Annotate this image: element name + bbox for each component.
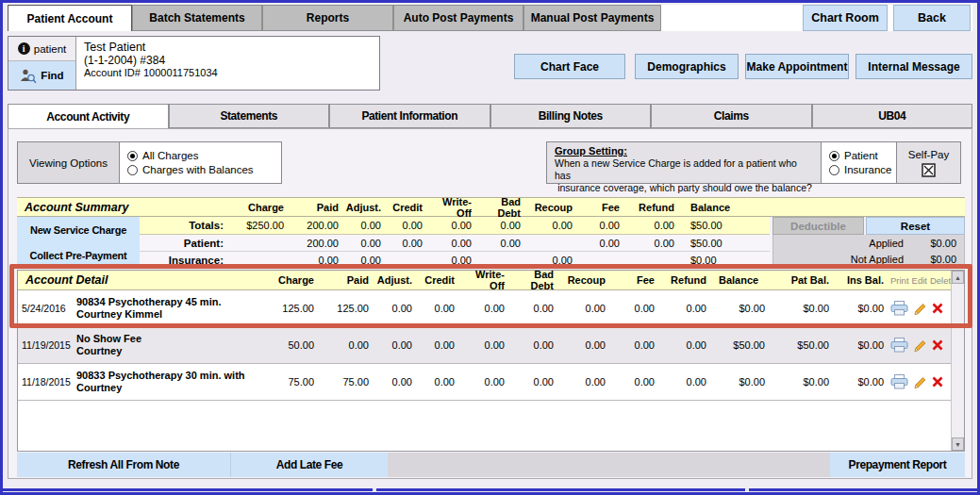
insurance-option-label: Insurance <box>844 164 892 175</box>
provider-name: Courtney <box>76 382 266 394</box>
group-setting-line1: When a new Service Charge is added for a… <box>555 157 815 182</box>
tab-claims[interactable]: Claims <box>651 104 812 128</box>
detail-scrollbar[interactable] <box>951 271 964 451</box>
cell: 0.00 <box>579 220 626 231</box>
tab-ub04[interactable]: UB04 <box>812 104 973 128</box>
refresh-all-from-note-button[interactable]: Refresh All From Note <box>17 453 231 477</box>
scroll-up-icon[interactable] <box>952 271 964 284</box>
summary-row-insurance: Insurance: 0.00 0.00 0.00 0.00 $0.00 <box>140 252 770 269</box>
chart-room-button[interactable]: Chart Room <box>803 5 888 31</box>
cell: 0.00 <box>461 376 511 388</box>
deductible-button[interactable]: Deductible <box>772 217 864 235</box>
cell: 50.00 <box>266 339 321 351</box>
cell: 0.00 <box>345 255 388 266</box>
chart-face-button[interactable]: Chart Face <box>514 54 625 79</box>
col-balance: Balance <box>713 274 772 286</box>
cell: 0.00 <box>429 255 478 266</box>
group-setting-line2: insurance coverage, which party should o… <box>555 182 815 194</box>
cell: 0.00 <box>429 220 478 231</box>
cell: 0.00 <box>419 303 461 314</box>
cell: $0.00 <box>681 255 761 266</box>
internal-message-button[interactable]: Internal Message <box>855 54 972 79</box>
cell: 0.00 <box>511 339 560 351</box>
col-refund: Refund <box>626 202 681 213</box>
account-summary-header: Account Summary Charge Paid Adjust. Cred… <box>17 197 965 217</box>
collect-pre-payment-button[interactable]: Collect Pre-Payment <box>29 250 126 261</box>
cell: 0.00 <box>388 220 429 231</box>
cell: 200.00 <box>291 220 345 231</box>
delete-x-icon[interactable] <box>932 376 943 388</box>
tab-batch-statements[interactable]: Batch Statements <box>132 5 262 31</box>
tab-statements[interactable]: Statements <box>169 104 330 128</box>
delete-x-icon[interactable] <box>932 339 943 351</box>
demographics-button[interactable]: Demographics <box>635 54 739 79</box>
print-icon[interactable] <box>890 374 908 389</box>
patient-option-label: Patient <box>844 150 878 161</box>
reset-button[interactable]: Reset <box>866 217 965 235</box>
tab-patient-account[interactable]: Patient Account <box>8 5 132 31</box>
tab-manual-post-payments[interactable]: Manual Post Payments <box>523 5 661 31</box>
group-setting-choices: Patient Insurance <box>822 141 897 184</box>
service-description: 90834 Psychotherapy 45 min. Courtney Kim… <box>76 296 266 321</box>
group-setting-group: Group Setting: When a new Service Charge… <box>546 141 961 184</box>
make-appointment-button[interactable]: Make Appointment <box>745 54 849 79</box>
account-summary-title: Account Summary <box>17 201 229 214</box>
bottom-frame-line <box>3 488 977 491</box>
radio-insurance[interactable]: Insurance <box>829 164 896 175</box>
edit-pencil-icon[interactable] <box>913 338 927 353</box>
cell: 0.00 <box>527 220 579 231</box>
tab-auto-post-payments[interactable]: Auto Post Payments <box>393 5 523 31</box>
delete-x-icon[interactable] <box>932 303 943 314</box>
not-applied-value: $0.00 <box>917 254 964 265</box>
self-pay-checkbox-checked-icon[interactable] <box>922 163 936 177</box>
service-description: 90833 Psychotherapy 30 min. with Courtne… <box>76 370 266 394</box>
tab-account-activity[interactable]: Account Activity <box>8 104 169 128</box>
col-credit: Credit <box>419 274 461 286</box>
print-icon[interactable] <box>890 301 908 316</box>
tab-reports[interactable]: Reports <box>262 5 393 31</box>
print-column-label: Print <box>890 275 909 286</box>
cell: 0.00 <box>612 376 661 388</box>
tab-patient-information[interactable]: Patient Information <box>329 104 490 128</box>
group-setting-text: Group Setting: When a new Service Charge… <box>546 141 822 184</box>
tab-billing-notes[interactable]: Billing Notes <box>490 104 652 128</box>
account-detail-title: Account Detail <box>18 273 266 287</box>
deductible-values: Applied $0.00 Not Applied $0.00 <box>772 235 965 269</box>
cell: 200.00 <box>291 238 345 249</box>
col-paid: Paid <box>291 202 345 213</box>
edit-pencil-icon[interactable] <box>913 375 927 389</box>
radio-charges-with-balances[interactable]: Charges with Balances <box>127 164 281 175</box>
col-adjust: Adjust. <box>375 274 419 286</box>
patient-box-buttons: patient Find <box>8 37 76 90</box>
find-button-label: Find <box>41 70 63 81</box>
col-refund: Refund <box>661 274 713 286</box>
cell: 0.00 <box>612 303 661 314</box>
cell: 0.00 <box>345 238 388 249</box>
cell: 0.00 <box>388 238 429 249</box>
prepayment-report-button[interactable]: Prepayment Report <box>830 453 965 477</box>
service-description: No Show Fee Courtney <box>76 333 266 357</box>
col-bad-debt: Bad Debt <box>511 269 560 291</box>
radio-button-icon <box>127 165 138 175</box>
radio-button-icon <box>829 165 839 175</box>
row-label: Patient: <box>140 238 229 249</box>
cell: 0.00 <box>626 220 681 231</box>
provider-name: Courtney Kimmel <box>76 308 266 321</box>
cell: $50.00 <box>681 220 761 231</box>
edit-pencil-icon[interactable] <box>913 302 927 316</box>
patient-info-button[interactable]: patient <box>8 37 75 61</box>
patient-button-label: patient <box>34 43 67 55</box>
radio-all-charges[interactable]: All Charges <box>127 150 281 161</box>
back-button[interactable]: Back <box>893 5 971 31</box>
patient-summary: Test Patient (1-1-2004) #384 Account ID#… <box>76 37 225 90</box>
new-service-charge-button[interactable]: New Service Charge <box>30 224 126 236</box>
radio-patient[interactable]: Patient <box>829 150 896 161</box>
service-date: 11/19/2015 <box>18 339 76 351</box>
cell: 75.00 <box>266 376 321 388</box>
scroll-down-icon[interactable] <box>952 437 964 451</box>
print-icon[interactable] <box>890 338 908 353</box>
find-patient-button[interactable]: Find <box>8 61 75 90</box>
account-detail-table: Account Detail Charge Paid Adjust. Credi… <box>17 270 965 452</box>
add-late-fee-button[interactable]: Add Late Fee <box>231 453 388 477</box>
col-credit: Credit <box>388 202 429 213</box>
